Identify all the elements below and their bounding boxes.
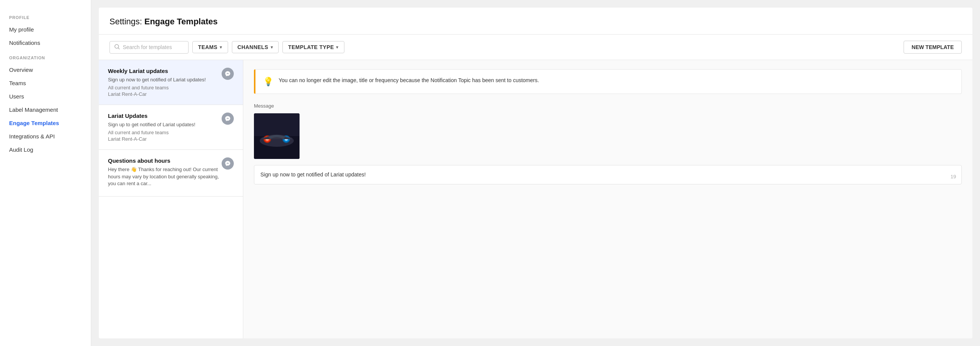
messenger-icon (222, 158, 234, 170)
notice-box: 💡 You can no longer edit the image, titl… (254, 69, 962, 94)
template-desc: Sign up to get notified of Lariat update… (108, 121, 196, 128)
template-teams: All current and future teams (108, 85, 206, 91)
template-list: Weekly Lariat updates Sign up now to get… (99, 60, 243, 338)
template-card[interactable]: Lariat Updates Sign up to get notified o… (99, 105, 243, 150)
sidebar-item-audit-log[interactable]: Audit Log (0, 143, 91, 156)
template-brand: Lariat Rent-A-Car (108, 136, 196, 142)
channels-chevron-icon: ▾ (270, 45, 273, 50)
teams-dropdown[interactable]: TEAMS ▾ (192, 41, 228, 53)
main-content: Settings: Engage Templates TEAMS ▾ CHANN… (91, 0, 980, 346)
message-label: Message (254, 103, 962, 109)
message-text: Sign up now to get notified of Lariat up… (260, 172, 366, 177)
template-teams: All current and future teams (108, 130, 196, 136)
template-desc: Sign up now to get notified of Lariat up… (108, 77, 206, 83)
message-image (254, 113, 299, 159)
sidebar-item-teams[interactable]: Teams (0, 77, 91, 90)
sidebar-item-engage-templates[interactable]: Engage Templates (0, 116, 91, 130)
content-area: Settings: Engage Templates TEAMS ▾ CHANN… (99, 8, 972, 338)
panels: Weekly Lariat updates Sign up now to get… (99, 60, 972, 338)
template-type-dropdown[interactable]: TEMPLATE TYPE ▾ (282, 41, 344, 53)
toolbar: TEAMS ▾ CHANNELS ▾ TEMPLATE TYPE ▾ NEW T… (99, 35, 972, 60)
teams-chevron-icon: ▾ (220, 45, 222, 50)
search-input[interactable] (123, 44, 184, 50)
sidebar-item-notifications[interactable]: Notifications (0, 36, 91, 49)
sidebar-item-overview[interactable]: Overview (0, 63, 91, 77)
organization-section-label: ORGANIZATION (0, 56, 91, 63)
template-type-chevron-icon: ▾ (336, 45, 338, 50)
sidebar-item-users[interactable]: Users (0, 90, 91, 103)
sidebar-item-my-profile[interactable]: My profile (0, 23, 91, 36)
message-text-box: Sign up now to get notified of Lariat up… (254, 165, 962, 184)
sidebar-item-label-management[interactable]: Label Management (0, 103, 91, 116)
svg-line-1 (118, 48, 119, 49)
profile-section-label: PROFILE (0, 15, 91, 23)
char-count: 19 (951, 173, 956, 180)
template-card[interactable]: Questions about hours Hey there 👋 Thanks… (99, 150, 243, 196)
search-box[interactable] (110, 41, 189, 54)
channels-dropdown[interactable]: CHANNELS ▾ (232, 41, 279, 53)
messenger-icon (222, 68, 234, 80)
lightbulb-icon: 💡 (263, 77, 273, 87)
sidebar-item-integrations-api[interactable]: Integrations & API (0, 130, 91, 143)
template-name: Weekly Lariat updates (108, 68, 206, 74)
page-header: Settings: Engage Templates (99, 8, 972, 35)
new-template-button[interactable]: NEW TEMPLATE (904, 41, 962, 54)
template-brand: Lariat Rent-A-Car (108, 91, 206, 97)
template-name: Lariat Updates (108, 113, 196, 119)
template-name: Questions about hours (108, 158, 222, 164)
sidebar: PROFILE My profile Notifications ORGANIZ… (0, 0, 91, 346)
message-section: Message (254, 103, 962, 184)
messenger-icon (222, 113, 234, 125)
template-detail: 💡 You can no longer edit the image, titl… (243, 60, 972, 338)
template-card[interactable]: Weekly Lariat updates Sign up now to get… (99, 60, 243, 105)
template-desc: Hey there 👋 Thanks for reaching out! Our… (108, 166, 222, 187)
notice-text: You can no longer edit the image, title … (278, 77, 539, 85)
search-icon (115, 44, 120, 51)
page-title: Settings: Engage Templates (110, 17, 962, 27)
